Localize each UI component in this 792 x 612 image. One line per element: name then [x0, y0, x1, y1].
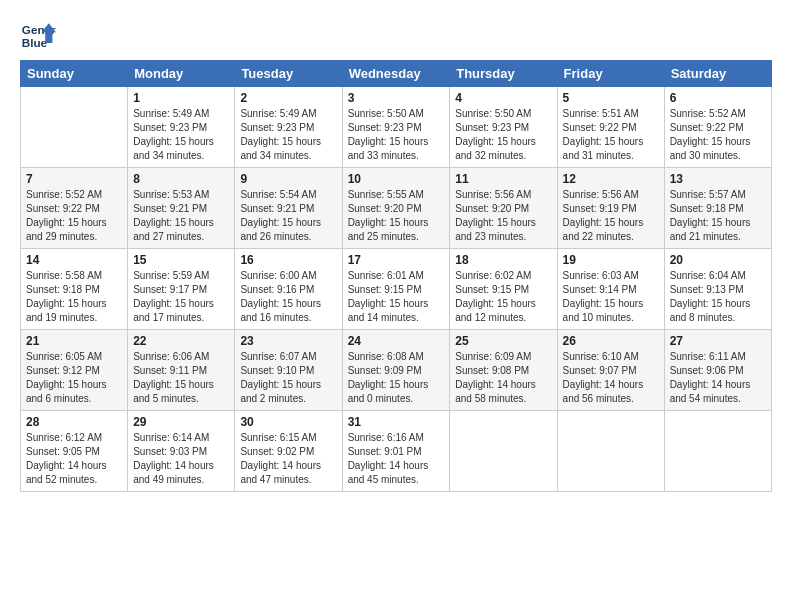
calendar-cell: 12Sunrise: 5:56 AM Sunset: 9:19 PM Dayli…	[557, 168, 664, 249]
day-number: 25	[455, 334, 551, 348]
calendar-cell: 26Sunrise: 6:10 AM Sunset: 9:07 PM Dayli…	[557, 330, 664, 411]
calendar-cell: 6Sunrise: 5:52 AM Sunset: 9:22 PM Daylig…	[664, 87, 771, 168]
day-number: 30	[240, 415, 336, 429]
cell-info: Sunrise: 5:52 AM Sunset: 9:22 PM Dayligh…	[670, 107, 766, 163]
calendar-cell: 28Sunrise: 6:12 AM Sunset: 9:05 PM Dayli…	[21, 411, 128, 492]
calendar-cell: 20Sunrise: 6:04 AM Sunset: 9:13 PM Dayli…	[664, 249, 771, 330]
calendar-cell	[557, 411, 664, 492]
calendar-cell: 23Sunrise: 6:07 AM Sunset: 9:10 PM Dayli…	[235, 330, 342, 411]
cell-info: Sunrise: 5:52 AM Sunset: 9:22 PM Dayligh…	[26, 188, 122, 244]
calendar-cell: 24Sunrise: 6:08 AM Sunset: 9:09 PM Dayli…	[342, 330, 450, 411]
cell-info: Sunrise: 6:00 AM Sunset: 9:16 PM Dayligh…	[240, 269, 336, 325]
header-sunday: Sunday	[21, 61, 128, 87]
cell-info: Sunrise: 5:49 AM Sunset: 9:23 PM Dayligh…	[133, 107, 229, 163]
day-number: 26	[563, 334, 659, 348]
calendar-cell: 11Sunrise: 5:56 AM Sunset: 9:20 PM Dayli…	[450, 168, 557, 249]
calendar-table: SundayMondayTuesdayWednesdayThursdayFrid…	[20, 60, 772, 492]
cell-info: Sunrise: 5:54 AM Sunset: 9:21 PM Dayligh…	[240, 188, 336, 244]
cell-info: Sunrise: 5:50 AM Sunset: 9:23 PM Dayligh…	[455, 107, 551, 163]
day-number: 8	[133, 172, 229, 186]
cell-info: Sunrise: 6:10 AM Sunset: 9:07 PM Dayligh…	[563, 350, 659, 406]
cell-info: Sunrise: 6:02 AM Sunset: 9:15 PM Dayligh…	[455, 269, 551, 325]
day-number: 18	[455, 253, 551, 267]
cell-info: Sunrise: 5:53 AM Sunset: 9:21 PM Dayligh…	[133, 188, 229, 244]
day-number: 23	[240, 334, 336, 348]
calendar-cell: 7Sunrise: 5:52 AM Sunset: 9:22 PM Daylig…	[21, 168, 128, 249]
day-number: 31	[348, 415, 445, 429]
cell-info: Sunrise: 6:11 AM Sunset: 9:06 PM Dayligh…	[670, 350, 766, 406]
day-number: 15	[133, 253, 229, 267]
calendar-cell: 13Sunrise: 5:57 AM Sunset: 9:18 PM Dayli…	[664, 168, 771, 249]
week-row-3: 14Sunrise: 5:58 AM Sunset: 9:18 PM Dayli…	[21, 249, 772, 330]
cell-info: Sunrise: 5:55 AM Sunset: 9:20 PM Dayligh…	[348, 188, 445, 244]
cell-info: Sunrise: 6:08 AM Sunset: 9:09 PM Dayligh…	[348, 350, 445, 406]
day-number: 5	[563, 91, 659, 105]
calendar-cell: 1Sunrise: 5:49 AM Sunset: 9:23 PM Daylig…	[128, 87, 235, 168]
calendar-cell: 22Sunrise: 6:06 AM Sunset: 9:11 PM Dayli…	[128, 330, 235, 411]
day-number: 27	[670, 334, 766, 348]
calendar-cell	[21, 87, 128, 168]
cell-info: Sunrise: 6:05 AM Sunset: 9:12 PM Dayligh…	[26, 350, 122, 406]
calendar-cell: 9Sunrise: 5:54 AM Sunset: 9:21 PM Daylig…	[235, 168, 342, 249]
cell-info: Sunrise: 6:12 AM Sunset: 9:05 PM Dayligh…	[26, 431, 122, 487]
page-header: General Blue	[20, 16, 772, 52]
day-number: 12	[563, 172, 659, 186]
week-row-5: 28Sunrise: 6:12 AM Sunset: 9:05 PM Dayli…	[21, 411, 772, 492]
header-monday: Monday	[128, 61, 235, 87]
calendar-cell	[664, 411, 771, 492]
calendar-cell: 8Sunrise: 5:53 AM Sunset: 9:21 PM Daylig…	[128, 168, 235, 249]
logo-icon: General Blue	[20, 16, 56, 52]
calendar-cell: 27Sunrise: 6:11 AM Sunset: 9:06 PM Dayli…	[664, 330, 771, 411]
calendar-cell: 31Sunrise: 6:16 AM Sunset: 9:01 PM Dayli…	[342, 411, 450, 492]
header-thursday: Thursday	[450, 61, 557, 87]
calendar-cell	[450, 411, 557, 492]
calendar-cell: 10Sunrise: 5:55 AM Sunset: 9:20 PM Dayli…	[342, 168, 450, 249]
calendar-cell: 25Sunrise: 6:09 AM Sunset: 9:08 PM Dayli…	[450, 330, 557, 411]
cell-info: Sunrise: 5:57 AM Sunset: 9:18 PM Dayligh…	[670, 188, 766, 244]
day-number: 10	[348, 172, 445, 186]
calendar-cell: 21Sunrise: 6:05 AM Sunset: 9:12 PM Dayli…	[21, 330, 128, 411]
calendar-cell: 2Sunrise: 5:49 AM Sunset: 9:23 PM Daylig…	[235, 87, 342, 168]
calendar-cell: 5Sunrise: 5:51 AM Sunset: 9:22 PM Daylig…	[557, 87, 664, 168]
header-friday: Friday	[557, 61, 664, 87]
calendar-cell: 15Sunrise: 5:59 AM Sunset: 9:17 PM Dayli…	[128, 249, 235, 330]
header-tuesday: Tuesday	[235, 61, 342, 87]
day-number: 16	[240, 253, 336, 267]
day-number: 14	[26, 253, 122, 267]
cell-info: Sunrise: 6:04 AM Sunset: 9:13 PM Dayligh…	[670, 269, 766, 325]
day-number: 21	[26, 334, 122, 348]
day-number: 11	[455, 172, 551, 186]
week-row-2: 7Sunrise: 5:52 AM Sunset: 9:22 PM Daylig…	[21, 168, 772, 249]
header-wednesday: Wednesday	[342, 61, 450, 87]
day-number: 20	[670, 253, 766, 267]
day-number: 17	[348, 253, 445, 267]
day-number: 1	[133, 91, 229, 105]
day-number: 7	[26, 172, 122, 186]
cell-info: Sunrise: 6:06 AM Sunset: 9:11 PM Dayligh…	[133, 350, 229, 406]
cell-info: Sunrise: 5:56 AM Sunset: 9:19 PM Dayligh…	[563, 188, 659, 244]
day-number: 19	[563, 253, 659, 267]
cell-info: Sunrise: 5:50 AM Sunset: 9:23 PM Dayligh…	[348, 107, 445, 163]
calendar-cell: 4Sunrise: 5:50 AM Sunset: 9:23 PM Daylig…	[450, 87, 557, 168]
svg-text:Blue: Blue	[22, 36, 48, 49]
calendar-cell: 3Sunrise: 5:50 AM Sunset: 9:23 PM Daylig…	[342, 87, 450, 168]
cell-info: Sunrise: 5:58 AM Sunset: 9:18 PM Dayligh…	[26, 269, 122, 325]
cell-info: Sunrise: 6:03 AM Sunset: 9:14 PM Dayligh…	[563, 269, 659, 325]
cell-info: Sunrise: 6:01 AM Sunset: 9:15 PM Dayligh…	[348, 269, 445, 325]
day-number: 6	[670, 91, 766, 105]
week-row-4: 21Sunrise: 6:05 AM Sunset: 9:12 PM Dayli…	[21, 330, 772, 411]
day-number: 28	[26, 415, 122, 429]
cell-info: Sunrise: 5:51 AM Sunset: 9:22 PM Dayligh…	[563, 107, 659, 163]
cell-info: Sunrise: 6:07 AM Sunset: 9:10 PM Dayligh…	[240, 350, 336, 406]
cell-info: Sunrise: 6:15 AM Sunset: 9:02 PM Dayligh…	[240, 431, 336, 487]
header-saturday: Saturday	[664, 61, 771, 87]
day-number: 13	[670, 172, 766, 186]
calendar-cell: 19Sunrise: 6:03 AM Sunset: 9:14 PM Dayli…	[557, 249, 664, 330]
calendar-cell: 16Sunrise: 6:00 AM Sunset: 9:16 PM Dayli…	[235, 249, 342, 330]
cell-info: Sunrise: 5:49 AM Sunset: 9:23 PM Dayligh…	[240, 107, 336, 163]
day-number: 2	[240, 91, 336, 105]
cell-info: Sunrise: 6:14 AM Sunset: 9:03 PM Dayligh…	[133, 431, 229, 487]
cell-info: Sunrise: 6:09 AM Sunset: 9:08 PM Dayligh…	[455, 350, 551, 406]
day-number: 4	[455, 91, 551, 105]
logo: General Blue	[20, 16, 60, 52]
